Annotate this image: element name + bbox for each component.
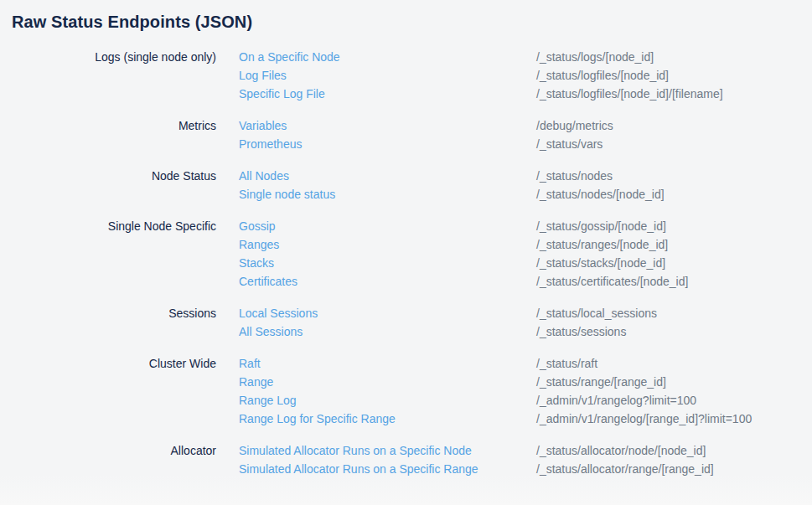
endpoint-link[interactable]: Ranges <box>239 235 536 254</box>
endpoint-row: Specific Log File/_status/logfiles/[node… <box>239 85 812 103</box>
section-rows: Gossip/_status/gossip/[node_id]Ranges/_s… <box>239 217 812 291</box>
endpoint-path: /_status/allocator/node/[node_id] <box>536 441 706 460</box>
endpoint-link[interactable]: Specific Log File <box>239 85 536 103</box>
endpoint-link[interactable]: All Sessions <box>239 322 536 341</box>
endpoint-section: Node StatusAll Nodes/_status/nodesSingle… <box>0 167 812 204</box>
section-category: Cluster Wide <box>0 354 216 428</box>
endpoint-path: /_status/nodes <box>536 167 613 185</box>
endpoint-path: /_status/sessions <box>536 322 626 341</box>
endpoint-row: Stacks/_status/stacks/[node_id] <box>239 254 812 272</box>
endpoint-link[interactable]: Prometheus <box>239 135 536 153</box>
endpoint-path: /_status/raft <box>536 354 597 373</box>
endpoint-link[interactable]: On a Specific Node <box>239 48 536 66</box>
endpoint-link[interactable]: Gossip <box>239 217 536 235</box>
endpoint-row: Prometheus/_status/vars <box>239 135 812 153</box>
endpoint-row: All Nodes/_status/nodes <box>239 167 812 185</box>
endpoint-row: Single node status/_status/nodes/[node_i… <box>239 185 812 204</box>
section-rows: Local Sessions/_status/local_sessionsAll… <box>239 304 812 341</box>
endpoint-row: Certificates/_status/certificates/[node_… <box>239 272 812 291</box>
section-rows: Variables/debug/metricsPrometheus/_statu… <box>239 116 812 153</box>
endpoint-section: Cluster WideRaft/_status/raftRange/_stat… <box>0 354 812 428</box>
section-rows: Raft/_status/raftRange/_status/range/[ra… <box>239 354 812 428</box>
endpoint-row: Log Files/_status/logfiles/[node_id] <box>239 66 812 85</box>
endpoint-link[interactable]: Stacks <box>239 254 536 272</box>
endpoint-link[interactable]: Log Files <box>239 66 536 85</box>
endpoint-path: /_status/allocator/range/[range_id] <box>536 460 714 478</box>
endpoint-link[interactable]: Single node status <box>239 185 536 204</box>
section-category: Logs (single node only) <box>0 48 216 103</box>
endpoint-link[interactable]: All Nodes <box>239 167 536 185</box>
endpoint-path: /_status/logfiles/[node_id]/[filename] <box>536 85 723 103</box>
section-category: Node Status <box>0 167 216 204</box>
endpoint-path: /_status/logs/[node_id] <box>536 48 654 66</box>
endpoint-section: Logs (single node only)On a Specific Nod… <box>0 48 812 103</box>
endpoint-row: Local Sessions/_status/local_sessions <box>239 304 812 322</box>
endpoint-row: Simulated Allocator Runs on a Specific N… <box>239 441 812 460</box>
endpoint-path: /debug/metrics <box>536 116 613 135</box>
endpoint-link[interactable]: Simulated Allocator Runs on a Specific N… <box>239 441 536 460</box>
endpoint-path: /_admin/v1/rangelog?limit=100 <box>536 391 696 410</box>
endpoint-path: /_admin/v1/rangelog/[range_id]?limit=100 <box>536 410 752 428</box>
debug-endpoints-page: Raw Status Endpoints (JSON) Logs (single… <box>0 10 812 478</box>
section-category: Metrics <box>0 116 216 153</box>
endpoint-row: Simulated Allocator Runs on a Specific R… <box>239 460 812 478</box>
endpoint-path: /_status/ranges/[node_id] <box>536 235 668 254</box>
section-rows: Simulated Allocator Runs on a Specific N… <box>239 441 812 478</box>
endpoint-row: All Sessions/_status/sessions <box>239 322 812 341</box>
endpoint-path: /_status/vars <box>536 135 603 153</box>
section-category: Sessions <box>0 304 216 341</box>
endpoint-link[interactable]: Local Sessions <box>239 304 536 322</box>
endpoint-row: Range Log/_admin/v1/rangelog?limit=100 <box>239 391 812 410</box>
endpoint-section: SessionsLocal Sessions/_status/local_ses… <box>0 304 812 341</box>
section-category: Single Node Specific <box>0 217 216 291</box>
endpoint-row: On a Specific Node/_status/logs/[node_id… <box>239 48 812 66</box>
endpoint-section: MetricsVariables/debug/metricsPrometheus… <box>0 116 812 153</box>
endpoint-row: Range/_status/range/[range_id] <box>239 373 812 391</box>
endpoint-path: /_status/gossip/[node_id] <box>536 217 666 235</box>
endpoint-row: Ranges/_status/ranges/[node_id] <box>239 235 812 254</box>
endpoint-path: /_status/certificates/[node_id] <box>536 272 688 291</box>
endpoint-row: Range Log for Specific Range/_admin/v1/r… <box>239 410 812 428</box>
endpoint-link[interactable]: Range Log for Specific Range <box>239 410 536 428</box>
endpoint-path: /_status/logfiles/[node_id] <box>536 66 669 85</box>
endpoint-path: /_status/stacks/[node_id] <box>536 254 665 272</box>
endpoint-row: Variables/debug/metrics <box>239 116 812 135</box>
endpoint-section: Single Node SpecificGossip/_status/gossi… <box>0 217 812 291</box>
endpoint-path: /_status/nodes/[node_id] <box>536 185 665 204</box>
section-rows: All Nodes/_status/nodesSingle node statu… <box>239 167 812 204</box>
endpoint-path: /_status/local_sessions <box>536 304 657 322</box>
endpoint-path: /_status/range/[range_id] <box>536 373 666 391</box>
endpoint-row: Raft/_status/raft <box>239 354 812 373</box>
endpoint-section: AllocatorSimulated Allocator Runs on a S… <box>0 441 812 478</box>
endpoint-link[interactable]: Range <box>239 373 536 391</box>
section-category: Allocator <box>0 441 216 478</box>
endpoint-link[interactable]: Range Log <box>239 391 536 410</box>
endpoint-row: Gossip/_status/gossip/[node_id] <box>239 217 812 235</box>
section-rows: On a Specific Node/_status/logs/[node_id… <box>239 48 812 103</box>
endpoint-link[interactable]: Simulated Allocator Runs on a Specific R… <box>239 460 536 478</box>
endpoint-link[interactable]: Raft <box>239 354 536 373</box>
endpoint-table: Logs (single node only)On a Specific Nod… <box>0 48 812 478</box>
endpoint-link[interactable]: Certificates <box>239 272 536 291</box>
page-title: Raw Status Endpoints (JSON) <box>12 10 812 33</box>
endpoint-link[interactable]: Variables <box>239 116 536 135</box>
